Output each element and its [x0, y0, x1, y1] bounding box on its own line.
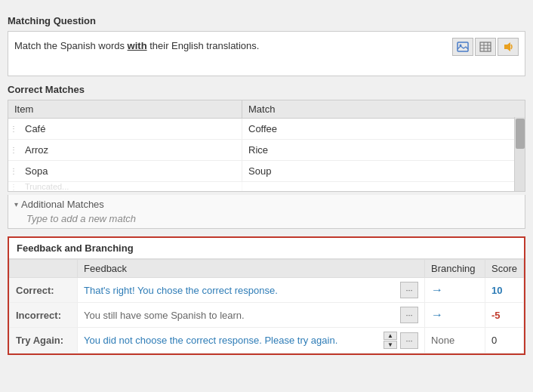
drag-handle[interactable]: ⋮: [8, 162, 19, 180]
correct-score-value[interactable]: 10: [491, 285, 502, 296]
try-again-branching-value[interactable]: None: [431, 335, 454, 346]
main-container: Matching Question Match the Spanish word…: [8, 8, 525, 355]
svg-rect-0: [458, 42, 468, 51]
table-row: ⋮ Arroz Rice ×: [8, 140, 525, 161]
question-text: Match the Spanish words with their Engli…: [14, 39, 519, 53]
correct-feedback-options-button[interactable]: ···: [400, 282, 418, 298]
down-arrow[interactable]: ▼: [384, 341, 397, 349]
try-again-feedback-cell: You did not choose the correct response.…: [78, 328, 425, 353]
additional-matches-section: ▾ Additional Matches Type to add a new m…: [8, 195, 525, 229]
matches-wrapper: Item Match ⋮ Café Coffee × ⋮ Arroz Rice …: [8, 100, 525, 192]
try-again-score-value[interactable]: 0: [491, 335, 497, 346]
correct-score-cell: 10: [485, 278, 524, 303]
incorrect-branching-cell: →: [425, 303, 485, 328]
feedback-row-incorrect: Incorrect: You still have some Spanish t…: [10, 303, 524, 328]
matches-header: Item Match: [8, 100, 525, 119]
try-again-branching-cell: None: [425, 328, 485, 353]
match-cell: Rice: [242, 140, 508, 160]
question-text-pre: Match the Spanish words: [14, 40, 128, 51]
feedback-table-header: Feedback Branching Score: [10, 260, 524, 278]
feedback-branching-title: Feedback and Branching: [9, 238, 524, 259]
feedback-column-header: Feedback: [78, 260, 425, 278]
svg-rect-2: [480, 42, 491, 51]
scrollbar-track[interactable]: [514, 117, 525, 191]
feedback-branching-section: Feedback and Branching Feedback Branchin…: [8, 236, 525, 355]
additional-matches-label: Additional Matches: [21, 199, 104, 210]
drag-handle[interactable]: ⋮: [8, 120, 19, 137]
matching-question-title: Matching Question: [8, 15, 525, 26]
correct-branching-arrow[interactable]: →: [431, 283, 443, 296]
correct-matches-section: Correct Matches Item Match ⋮ Café Coffee…: [8, 84, 525, 192]
drag-handle[interactable]: ⋮: [8, 141, 19, 159]
image-icon-button[interactable]: [452, 38, 473, 56]
correct-label: Correct:: [10, 278, 78, 303]
item-cell-partial: Truncated...: [19, 182, 242, 191]
table-row: ⋮ Sopa Soup ×: [8, 161, 525, 182]
incorrect-feedback-input-area: You still have some Spanish to learn. ··…: [84, 307, 418, 323]
try-again-feedback-text[interactable]: You did not choose the correct response.…: [84, 335, 380, 346]
incorrect-score-cell: -5: [485, 303, 524, 328]
incorrect-feedback-text[interactable]: You still have some Spanish to learn.: [84, 310, 397, 321]
try-again-score-cell: 0: [485, 328, 524, 353]
score-column-header: Score: [485, 260, 524, 278]
matches-scroll[interactable]: ⋮ Café Coffee × ⋮ Arroz Rice × ⋮ Sopa So…: [8, 119, 525, 191]
incorrect-score-value[interactable]: -5: [491, 310, 501, 321]
feedback-table: Feedback Branching Score Correct: That's…: [9, 259, 524, 353]
table-icon-button[interactable]: [475, 38, 496, 56]
try-again-feedback-input-area: You did not choose the correct response.…: [84, 332, 418, 349]
question-box: Match the Spanish words with their Engli…: [8, 31, 525, 76]
feedback-row-try-again: Try Again: You did not choose the correc…: [10, 328, 524, 353]
item-cell: Café: [19, 119, 242, 139]
match-cell: Coffee: [242, 119, 508, 139]
feedback-row-correct: Correct: That's right! You chose the cor…: [10, 278, 524, 303]
table-row-partial: ⋮ Truncated...: [8, 182, 525, 191]
match-column-header: Match: [242, 100, 525, 118]
question-text-bold: with: [128, 40, 147, 51]
try-again-label: Try Again:: [10, 328, 78, 353]
item-column-header: Item: [8, 100, 242, 118]
empty-header: [10, 260, 78, 278]
table-row: ⋮ Café Coffee ×: [8, 119, 525, 140]
up-arrow[interactable]: ▲: [384, 332, 397, 340]
correct-feedback-cell: That's right! You chose the correct resp…: [78, 278, 425, 303]
incorrect-label: Incorrect:: [10, 303, 78, 328]
chevron-icon[interactable]: ▾: [14, 200, 18, 208]
item-cell: Sopa: [19, 161, 242, 181]
branching-column-header: Branching: [425, 260, 485, 278]
drag-handle: ⋮: [8, 182, 19, 191]
try-again-updown-button[interactable]: ▲ ▼: [384, 332, 397, 349]
correct-matches-title: Correct Matches: [8, 84, 525, 95]
audio-icon-button[interactable]: [498, 38, 519, 56]
try-again-options-button[interactable]: ···: [400, 332, 418, 349]
question-text-post: their English translations.: [147, 40, 260, 51]
icon-toolbar: [452, 38, 519, 56]
incorrect-feedback-options-button[interactable]: ···: [400, 307, 418, 323]
item-cell: Arroz: [19, 140, 242, 160]
svg-marker-7: [504, 42, 510, 51]
correct-feedback-text[interactable]: That's right! You chose the correct resp…: [84, 285, 397, 296]
correct-feedback-input-area: That's right! You chose the correct resp…: [84, 282, 418, 298]
match-cell-partial: [242, 182, 525, 191]
incorrect-feedback-cell: You still have some Spanish to learn. ··…: [78, 303, 425, 328]
add-match-hint[interactable]: Type to add a new match: [14, 213, 519, 224]
additional-matches-header: ▾ Additional Matches: [14, 199, 519, 210]
match-cell: Soup: [242, 161, 508, 181]
incorrect-branching-arrow[interactable]: →: [431, 308, 443, 321]
scrollbar-thumb[interactable]: [516, 119, 525, 149]
correct-branching-cell: →: [425, 278, 485, 303]
